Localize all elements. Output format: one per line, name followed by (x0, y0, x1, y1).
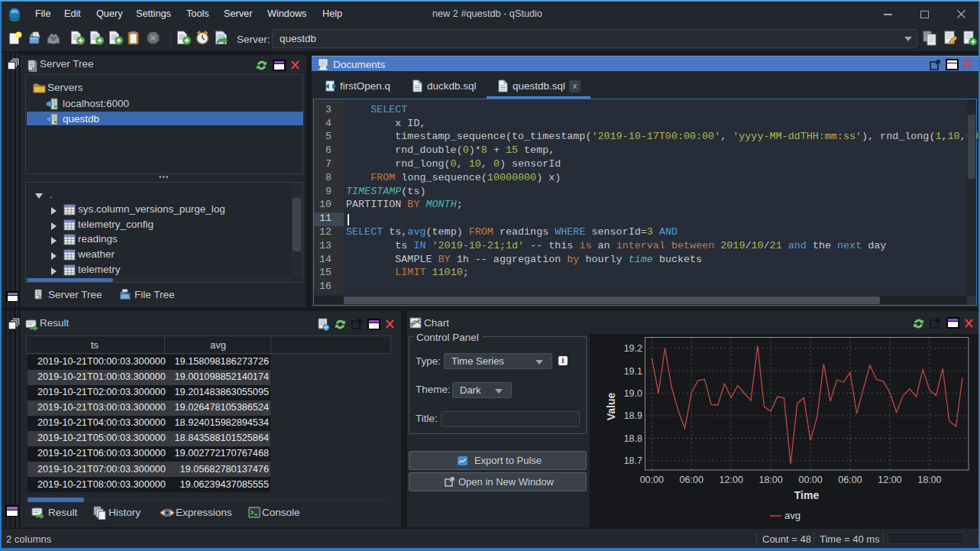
svg-text:avg: avg (784, 510, 800, 521)
svg-text:06:00: 06:00 (680, 475, 703, 485)
svg-text:12:00: 12:00 (720, 475, 743, 485)
svg-text:18:00: 18:00 (758, 475, 782, 485)
svg-text:19.2: 19.2 (624, 343, 642, 354)
svg-text:18:00: 18:00 (917, 475, 941, 485)
svg-text:18.9: 18.9 (624, 410, 642, 421)
svg-text:Value: Value (605, 393, 617, 421)
svg-text:00:00: 00:00 (640, 475, 664, 485)
svg-text:12:00: 12:00 (878, 475, 901, 485)
svg-text:18.7: 18.7 (624, 455, 642, 466)
svg-text:Time: Time (794, 489, 820, 501)
svg-text:06:00: 06:00 (838, 475, 862, 485)
svg-text:18.8: 18.8 (624, 433, 642, 444)
svg-text:00:00: 00:00 (798, 475, 822, 485)
svg-text:19.0: 19.0 (624, 388, 642, 399)
svg-text:19.1: 19.1 (624, 366, 642, 377)
